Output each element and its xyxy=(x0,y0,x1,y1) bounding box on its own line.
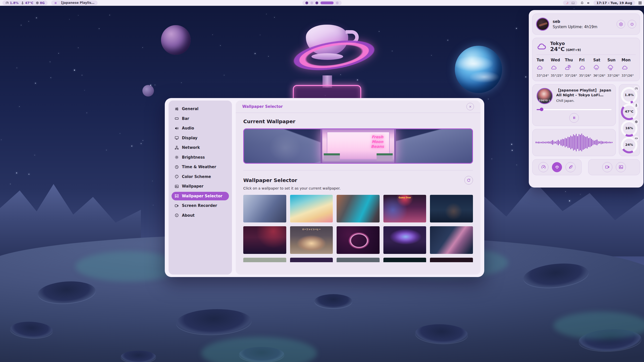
workspace-dot-4[interactable] xyxy=(320,2,334,4)
star xyxy=(260,35,260,35)
stat-value: 24% xyxy=(621,143,637,147)
preview-planter xyxy=(377,153,393,161)
waveform-bar xyxy=(572,136,573,149)
forecast-day-label: Sun xyxy=(607,58,621,62)
sidebar-item-color-scheme[interactable]: Color Scheme xyxy=(172,172,229,181)
star xyxy=(19,106,20,107)
forecast-day-tue: Tue33°/24° xyxy=(537,58,551,77)
star xyxy=(51,77,51,78)
tray-image-icon[interactable] xyxy=(571,1,575,5)
star xyxy=(58,53,59,54)
sidebar-item-general[interactable]: General xyxy=(172,105,229,113)
wallpaper-thumbnail-dark-snowy-village[interactable] xyxy=(430,195,473,222)
gauge-icon xyxy=(6,1,9,5)
sidebar-item-label: Display xyxy=(182,136,197,140)
app-launcher-icon[interactable] xyxy=(638,1,642,5)
rain-icon xyxy=(593,64,607,72)
action-screen-record-button[interactable] xyxy=(602,162,612,172)
weather-city: Tokyo xyxy=(550,41,581,46)
wallpaper-thumbnail-abstract-blur[interactable] xyxy=(337,195,380,222)
power-button[interactable] xyxy=(628,20,636,28)
thumbnail-sign-text: ローファイコーヒー xyxy=(302,228,320,231)
workspace-dot-1[interactable] xyxy=(305,2,308,4)
sidebar-item-wallpaper-selector[interactable]: Wallpaper Selector xyxy=(172,192,229,200)
sidebar-item-time-weather[interactable]: Time & Weather xyxy=(172,163,229,171)
rain-glyph-icon xyxy=(593,64,600,71)
waveform-bar xyxy=(566,138,567,147)
sidebar-item-about[interactable]: About xyxy=(172,211,229,220)
settings-window: GeneralBarAudioDisplayNetworkBrightnessT… xyxy=(165,98,484,277)
system-stats-pill[interactable]: 1.8% 47°C 8G xyxy=(3,1,48,5)
notifications-bell-icon[interactable] xyxy=(580,1,584,5)
media-pill[interactable]: 【Japanese Playlist】 J... xyxy=(51,1,98,5)
slider-knob[interactable] xyxy=(540,108,543,111)
partly-sunny-glyph-icon xyxy=(565,64,572,71)
star xyxy=(82,75,82,75)
clock-text: 17:17 - Tue, 19 Aug xyxy=(596,1,632,5)
system-stats-card: 1.8%47°C16%24% xyxy=(619,84,640,156)
clock-pill[interactable]: 17:17 - Tue, 19 Aug xyxy=(593,1,635,5)
waveform-bar xyxy=(573,134,574,151)
earth-planet xyxy=(455,46,502,93)
wallpaper-thumbnail-dark-maroon[interactable] xyxy=(430,258,473,262)
forecast-day-label: Wed xyxy=(551,58,565,62)
action-wallpaper-button[interactable] xyxy=(616,162,626,172)
waveform-bar xyxy=(577,136,578,149)
workspace-dot-5[interactable] xyxy=(336,2,339,4)
sidebar-item-display[interactable]: Display xyxy=(172,134,229,142)
settings-button[interactable] xyxy=(617,20,625,28)
workspace-dot-3[interactable] xyxy=(315,2,318,4)
system-tray[interactable] xyxy=(563,1,577,5)
wallpaper-thumbnail-anime-girl-crosswalk[interactable] xyxy=(243,195,286,222)
workspace-dot-2[interactable] xyxy=(310,2,313,4)
forecast-temps: 33°/26° xyxy=(622,74,636,77)
network-icon xyxy=(175,146,179,150)
wallpaper-thumbnail-nebula-forest[interactable] xyxy=(383,226,426,254)
wallpaper-thumbnail-slate-minimal[interactable] xyxy=(337,258,380,262)
wallpaper-thumbnail-crimson-forest-figure[interactable] xyxy=(243,226,286,254)
sidebar-item-wallpaper[interactable]: Wallpaper xyxy=(172,182,229,191)
tray-app-icon[interactable] xyxy=(566,1,569,5)
waveform-bar xyxy=(591,139,592,146)
waveform-bar xyxy=(568,137,569,148)
wallpaper-thumbnail-pastel-gradient[interactable] xyxy=(290,195,333,222)
wallpaper-thumbnail-sage-field[interactable] xyxy=(243,258,286,262)
sidebar-item-screen-recorder[interactable]: Screen Recorder xyxy=(172,201,229,210)
star xyxy=(21,25,21,25)
star xyxy=(212,34,213,35)
pause-icon xyxy=(572,116,576,120)
forecast-day-sun: Sun33°/26° xyxy=(607,58,621,77)
profile-performance-button[interactable] xyxy=(538,162,548,172)
image-icon xyxy=(175,184,179,189)
sidebar-item-audio[interactable]: Audio xyxy=(172,124,229,132)
wallpaper-thumbnail-lofi-coffee-shop[interactable]: ローファイコーヒー xyxy=(290,226,333,254)
wallpaper-grid: Game Overローファイコーヒー xyxy=(243,195,473,262)
sidebar-item-brightness[interactable]: Brightness xyxy=(172,153,229,162)
wallpaper-thumbnail-neon-arcade-alley[interactable]: Game Over xyxy=(383,195,426,222)
cloud-icon xyxy=(551,64,565,72)
waveform-bar xyxy=(545,142,546,144)
waveform-bar xyxy=(570,135,571,149)
refresh-button[interactable] xyxy=(464,176,473,185)
pause-button[interactable] xyxy=(569,113,579,123)
sidebar-item-label: Screen Recorder xyxy=(182,203,217,208)
media-artist: Chill Japan. xyxy=(556,99,612,103)
profile-power-saver-button[interactable] xyxy=(566,162,576,172)
sidebar-item-network[interactable]: Network xyxy=(172,143,229,152)
workspace-indicator[interactable] xyxy=(302,1,342,5)
profile-balanced-button[interactable] xyxy=(552,162,562,172)
sidebar-item-bar[interactable]: Bar xyxy=(172,114,229,123)
star xyxy=(516,28,517,29)
close-button[interactable] xyxy=(466,103,474,110)
wallpaper-thumbnail-wireframe-mesh-wave[interactable] xyxy=(430,226,473,254)
volume-icon[interactable] xyxy=(587,1,590,5)
waveform-bar xyxy=(569,137,570,148)
waveform-bar xyxy=(549,142,550,144)
wallpaper-thumbnail-coral-trees[interactable] xyxy=(290,258,333,262)
pause-icon[interactable] xyxy=(54,2,57,5)
wallpaper-thumbnail-purple-glow-ring[interactable] xyxy=(337,226,380,254)
wallpaper-thumbnail-dark-teal[interactable] xyxy=(383,258,426,262)
media-progress-slider[interactable] xyxy=(537,108,612,111)
cloud-icon xyxy=(579,64,593,72)
forecast-temps: 36°/26° xyxy=(593,74,607,77)
